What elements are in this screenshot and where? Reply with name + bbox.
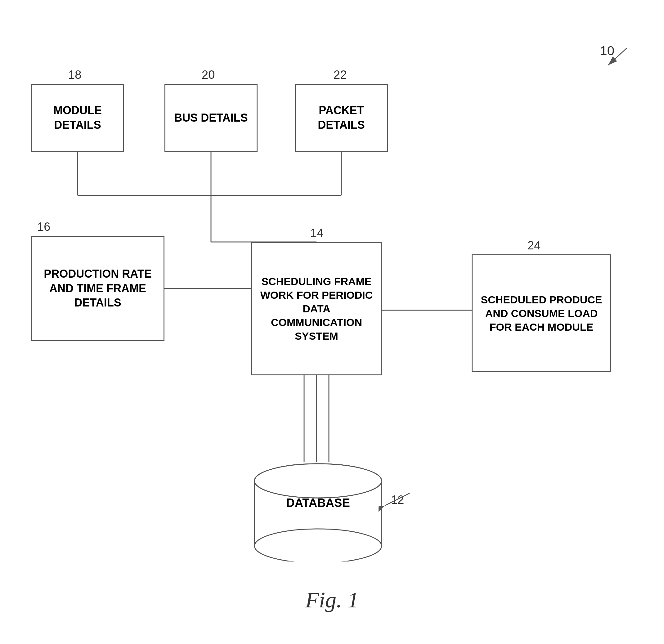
scheduling-box: SCHEDULING FRAME WORK FOR PERIODIC DATA … — [251, 242, 382, 375]
ref-12-arrow — [378, 487, 416, 512]
svg-point-19 — [254, 529, 382, 561]
ref-24: 24 — [527, 239, 540, 252]
ref-14: 14 — [310, 226, 323, 240]
ref-16: 16 — [37, 220, 50, 234]
ref-10: 10 — [600, 43, 614, 58]
bus-details-box: BUS DETAILS — [164, 84, 257, 152]
ref-22: 22 — [334, 68, 347, 82]
ref-18: 18 — [68, 68, 81, 82]
database-label: DATABASE — [248, 496, 388, 510]
svg-point-20 — [255, 464, 381, 498]
production-rate-box: PRODUCTION RATE AND TIME FRAME DETAILS — [31, 236, 164, 341]
database-shape: DATABASE — [248, 462, 388, 561]
figure-label: Fig. 1 — [305, 587, 359, 613]
diagram: MODULE DETAILS 18 BUS DETAILS 20 PACKET … — [0, 0, 664, 644]
module-details-box: MODULE DETAILS — [31, 84, 124, 152]
scheduled-produce-box: SCHEDULED PRODUCE AND CONSUME LOAD FOR E… — [472, 254, 611, 372]
svg-line-23 — [385, 493, 410, 506]
ref-20: 20 — [202, 68, 215, 82]
packet-details-box: PACKET DETAILS — [295, 84, 388, 152]
